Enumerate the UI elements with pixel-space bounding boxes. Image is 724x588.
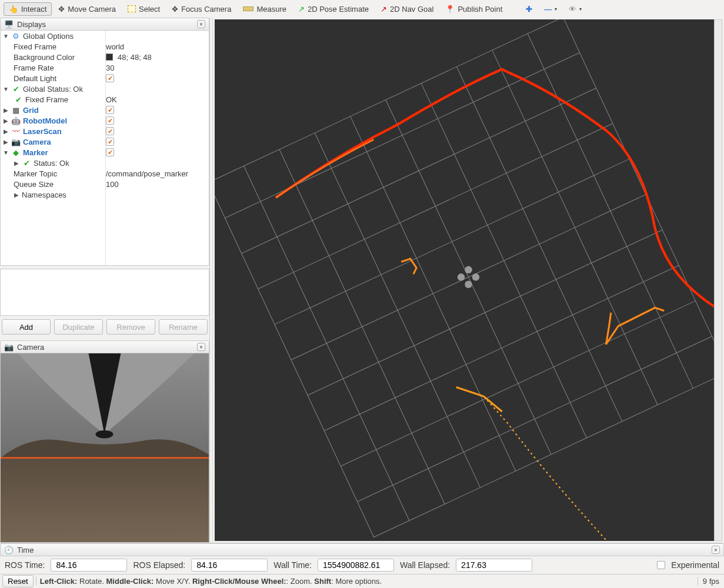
fixed-frame-status-value: OK — [106, 95, 117, 104]
robotmodel-item[interactable]: RobotModel — [23, 116, 67, 125]
marker-topic-label: Marker Topic — [14, 169, 57, 178]
wall-elapsed-input[interactable] — [456, 559, 532, 572]
status-bar: Reset Left-Click: Rotate. Middle-Click: … — [0, 574, 724, 588]
minus-icon: — — [544, 5, 552, 14]
svg-point-26 — [465, 281, 472, 288]
marker-icon: ◆ — [11, 148, 21, 157]
svg-line-15 — [279, 149, 445, 504]
nav-goal-label: 2D Nav Goal — [390, 5, 433, 14]
close-icon[interactable]: × — [197, 343, 205, 351]
camera-view[interactable] — [0, 353, 209, 543]
select-label: Select — [139, 5, 160, 14]
select-icon — [128, 5, 136, 12]
svg-point-23 — [458, 273, 465, 280]
marker-checkbox[interactable] — [106, 148, 114, 156]
color-swatch[interactable] — [106, 54, 113, 61]
frame-rate-value[interactable]: 30 — [106, 64, 114, 72]
bgcolor-value[interactable]: 48; 48; 48 — [118, 53, 152, 62]
svg-line-21 — [492, 50, 658, 405]
wall-time-label: Wall Time: — [273, 560, 312, 570]
svg-line-17 — [351, 116, 516, 471]
wall-elapsed-label: Wall Elapsed: — [400, 560, 450, 570]
pose-estimate-button[interactable]: ↗ 2D Pose Estimate — [293, 2, 374, 16]
marker-status-label: Status: Ok — [34, 159, 69, 168]
check-icon: ✔ — [14, 95, 23, 104]
rename-button[interactable]: Rename — [159, 319, 208, 335]
add-button[interactable]: Add — [2, 319, 51, 335]
nav-arrow-icon: ↗ — [381, 5, 387, 14]
publish-point-button[interactable]: 📍 Publish Point — [440, 2, 508, 16]
robotmodel-checkbox[interactable] — [106, 116, 114, 125]
main-toolbar: 👆 Interact ✥ Move Camera Select ✥ Focus … — [0, 0, 724, 18]
check-icon: ✔ — [11, 85, 21, 93]
wall-time-input[interactable] — [318, 559, 394, 572]
camera-panel-header[interactable]: 📷 Camera × — [0, 340, 209, 353]
nav-goal-button[interactable]: ↗ 2D Nav Goal — [375, 2, 439, 16]
queue-size-value[interactable]: 100 — [106, 180, 119, 189]
pose-estimate-label: 2D Pose Estimate — [308, 5, 369, 14]
grid-checkbox[interactable] — [106, 106, 114, 114]
camera-checkbox[interactable] — [106, 138, 114, 146]
duplicate-button[interactable]: Duplicate — [54, 319, 103, 335]
move-camera-label: Move Camera — [68, 5, 116, 14]
viewport-scrollbar[interactable] — [714, 19, 722, 541]
publish-point-label: Publish Point — [458, 5, 502, 14]
camera-icon: 📷 — [11, 138, 21, 146]
description-box — [0, 269, 209, 316]
interact-button[interactable]: 👆 Interact — [4, 2, 52, 16]
pose-arrow-icon: ↗ — [298, 5, 305, 14]
marker-topic-value[interactable]: /command/pose_marker — [106, 169, 188, 178]
clock-icon: 🕘 — [4, 546, 14, 554]
camera-item[interactable]: Camera — [23, 138, 51, 146]
3d-viewport[interactable] — [215, 19, 722, 541]
fixed-frame-status-label: Fixed Frame — [25, 95, 68, 104]
displays-panel-header[interactable]: 🖥️ Displays × — [0, 18, 209, 31]
focus-camera-icon: ✥ — [172, 5, 178, 14]
reset-button[interactable]: Reset — [2, 575, 34, 587]
camera-panel-title: Camera — [17, 343, 44, 352]
experimental-checkbox[interactable] — [657, 561, 665, 569]
visibility-tool-button[interactable]: 👁▾ — [563, 2, 587, 16]
fixed-frame-label: Fixed Frame — [14, 42, 56, 51]
fixed-frame-value[interactable]: world — [106, 42, 124, 51]
remove-tool-button[interactable]: —▾ — [539, 2, 562, 16]
svg-line-19 — [421, 83, 586, 438]
svg-point-24 — [472, 273, 479, 280]
svg-line-18 — [386, 100, 551, 455]
add-tool-button[interactable]: ✚ — [521, 2, 538, 16]
time-panel: 🕘 Time × ROS Time: ROS Elapsed: Wall Tim… — [0, 543, 724, 574]
default-light-checkbox[interactable] — [106, 74, 114, 82]
check-icon: ✔ — [22, 159, 31, 168]
camera-icon: 📷 — [4, 343, 14, 352]
grid-item[interactable]: Grid — [23, 106, 39, 115]
move-camera-icon: ✥ — [58, 5, 65, 14]
laserscan-checkbox[interactable] — [106, 127, 114, 135]
default-light-label: Default Light — [14, 74, 56, 83]
focus-camera-button[interactable]: ✥ Focus Camera — [166, 2, 236, 16]
ros-time-input[interactable] — [51, 559, 127, 572]
global-options-label: Global Options — [23, 32, 74, 41]
displays-button-row: Add Duplicate Remove Rename — [0, 316, 209, 338]
viewport-wrap — [213, 18, 724, 543]
displays-title: Displays — [17, 20, 46, 29]
measure-label: Measure — [256, 5, 286, 14]
laserscan-item[interactable]: LaserScan — [23, 127, 62, 136]
select-button[interactable]: Select — [122, 2, 165, 16]
ros-elapsed-input[interactable] — [191, 559, 268, 572]
measure-button[interactable]: Measure — [238, 2, 292, 16]
time-body: ROS Time: ROS Elapsed: Wall Time: Wall E… — [0, 556, 724, 574]
time-panel-header[interactable]: 🕘 Time × — [0, 543, 724, 556]
displays-tree[interactable]: ▼⚙Global Options Fixed Frame Background … — [0, 31, 209, 266]
focus-camera-label: Focus Camera — [181, 5, 231, 14]
remove-button[interactable]: Remove — [106, 319, 155, 335]
svg-line-16 — [315, 133, 480, 487]
move-camera-button[interactable]: ✥ Move Camera — [53, 2, 121, 16]
svg-point-2 — [96, 430, 114, 439]
marker-item[interactable]: Marker — [23, 148, 48, 157]
grid-icon: ▦ — [11, 106, 21, 115]
close-icon[interactable]: × — [712, 546, 720, 554]
time-title: Time — [17, 546, 34, 554]
main-area: 🖥️ Displays × ▼⚙Global Options Fixed Fra… — [0, 18, 724, 543]
fps-indicator: 9 fps — [698, 577, 724, 586]
close-icon[interactable]: × — [197, 20, 205, 28]
